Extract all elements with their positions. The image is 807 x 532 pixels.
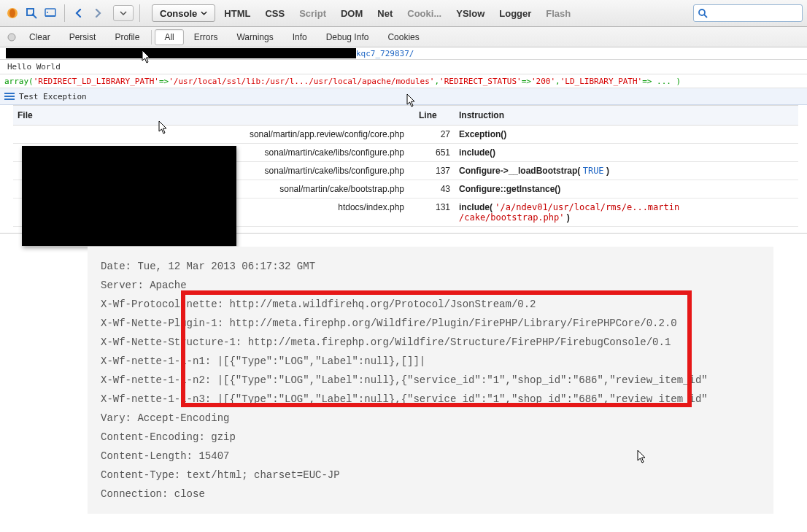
cell-file: sonal/martin/app.review/config/core.php <box>13 126 414 144</box>
svg-rect-8 <box>4 96 15 97</box>
panel-tab-flash[interactable]: Flash <box>540 8 576 19</box>
search-icon <box>698 8 708 18</box>
cell-instr: include() <box>455 144 798 162</box>
btn-info[interactable]: Info <box>284 29 316 45</box>
redacted-url <box>6 48 356 58</box>
cell-line: 137 <box>414 162 455 180</box>
header-line: X-Wf-nette-1-1-n1: |[{"Type":"LOG","Labe… <box>101 352 760 371</box>
log-row-hello[interactable]: Hello World <box>0 60 807 74</box>
main-toolbar: Console HTML CSS Script DOM Net Cooki...… <box>0 0 807 27</box>
cell-line: 43 <box>414 180 455 198</box>
cell-line: 131 <box>414 198 455 227</box>
header-line: X-Wf-nette-1-1-n2: |[{"Type":"LOG","Labe… <box>101 371 760 390</box>
svg-point-4 <box>47 12 48 13</box>
cell-instr: Configure->__loadBootstrap( TRUE ) <box>455 162 798 180</box>
highlight-box <box>181 290 692 295</box>
btn-errors[interactable]: Errors <box>185 29 227 45</box>
svg-rect-7 <box>4 93 15 94</box>
break-icon[interactable] <box>4 33 19 42</box>
col-file: File <box>13 106 414 126</box>
divider <box>64 4 65 22</box>
col-line: Line <box>414 106 455 126</box>
panel-tab-script[interactable]: Script <box>293 8 332 19</box>
panel-tab-dom[interactable]: DOM <box>335 8 368 19</box>
array-arrow: => ... ) <box>642 77 681 86</box>
btn-cookies[interactable]: Cookies <box>379 29 428 45</box>
btn-debuginfo[interactable]: Debug Info <box>317 29 378 45</box>
divider <box>139 4 140 22</box>
array-sep: , <box>555 77 560 86</box>
log-text: Hello World <box>7 62 61 72</box>
cell-instr: include( '/a/ndev01/usr/local/rms/e...ma… <box>455 198 798 227</box>
highlight-box <box>687 290 692 407</box>
stack-icon <box>4 93 15 100</box>
history-dropdown[interactable] <box>113 5 134 21</box>
col-instr: Instruction <box>455 106 798 126</box>
panel-tab-html[interactable]: HTML <box>218 8 256 19</box>
header-line: Date: Tue, 12 Mar 2013 06:17:32 GMT <box>101 257 760 276</box>
log-row-array[interactable]: array( 'REDIRECT_LD_LIBRARY_PATH' => '/u… <box>0 74 807 88</box>
array-key: 'LD_LIBRARY_PATH' <box>560 77 643 86</box>
header-line: Content-Type: text/html; charset=EUC-JP <box>101 466 760 485</box>
svg-rect-9 <box>4 99 15 100</box>
svg-point-6 <box>8 34 15 41</box>
table-row[interactable]: sonal/martin/app.review/config/core.php2… <box>13 126 798 144</box>
header-line: X-Wf-Nette-Plugin-1: http://meta.firephp… <box>101 314 760 333</box>
header-line: Content-Encoding: gzip <box>101 428 760 447</box>
btn-warnings[interactable]: Warnings <box>228 29 282 45</box>
svg-point-5 <box>699 9 705 15</box>
panel-console-label: Console <box>160 8 197 19</box>
btn-all[interactable]: All <box>155 29 183 45</box>
command-icon[interactable] <box>42 5 58 21</box>
cell-instr: Configure::getInstance() <box>455 180 798 198</box>
array-val: '/usr/local/ssl/lib:/usr/l.../usr/local/… <box>169 77 434 86</box>
header-line: Content-Length: 15407 <box>101 447 760 466</box>
array-key: 'REDIRECT_LD_LIBRARY_PATH' <box>34 77 159 86</box>
array-arrow: => <box>522 77 531 86</box>
panel-tab-net[interactable]: Net <box>371 8 398 19</box>
btn-clear[interactable]: Clear <box>20 29 59 45</box>
array-sep: , <box>434 77 439 86</box>
header-line: Connection: close <box>101 485 760 504</box>
search-input[interactable] <box>693 4 803 22</box>
header-line: Vary: Accept-Encoding <box>101 409 760 428</box>
firebug-icon[interactable] <box>4 5 20 21</box>
redacted-block <box>22 146 236 246</box>
panel-tab-logger[interactable]: Logger <box>493 8 537 19</box>
exception-row[interactable]: Test Exception <box>0 88 807 105</box>
inspect-icon[interactable] <box>23 5 39 21</box>
header-line: X-Wf-Nette-Structure-1: http://meta.fire… <box>101 333 760 352</box>
header-line: X-Wf-Protocol-nette: http://meta.wildfir… <box>101 295 760 314</box>
url-tail: kqc7_729837/ <box>356 49 414 58</box>
array-key: 'REDIRECT_STATUS' <box>439 77 522 86</box>
svg-point-1 <box>9 9 15 18</box>
btn-profile[interactable]: Profile <box>106 29 148 45</box>
cell-line: 651 <box>414 144 455 162</box>
panel-tab-css[interactable]: CSS <box>259 8 290 19</box>
array-val: '200' <box>531 77 555 86</box>
request-url-row[interactable]: kqc7_729837/ <box>0 47 807 60</box>
highlight-box <box>181 403 692 407</box>
chevron-down-icon <box>201 11 207 15</box>
array-arrow: => <box>159 77 169 86</box>
panel-console-button[interactable]: Console <box>152 4 215 22</box>
exception-label: Test Exception <box>19 92 87 101</box>
highlight-box <box>181 290 185 407</box>
panel-tab-cookies[interactable]: Cooki... <box>401 8 447 19</box>
nav-back-button[interactable] <box>71 5 87 21</box>
array-prefix: array( <box>4 77 34 86</box>
cell-instr: Exception() <box>455 126 798 144</box>
response-headers-panel: Date: Tue, 12 Mar 2013 06:17:32 GMTServe… <box>88 247 773 514</box>
panel-tab-yslow[interactable]: YSlow <box>450 8 490 19</box>
btn-persist[interactable]: Persist <box>61 29 105 45</box>
nav-forward-button[interactable] <box>90 5 106 21</box>
console-toolbar: Clear Persist Profile All Errors Warning… <box>0 27 807 47</box>
divider <box>151 30 152 45</box>
cell-line: 27 <box>414 126 455 144</box>
